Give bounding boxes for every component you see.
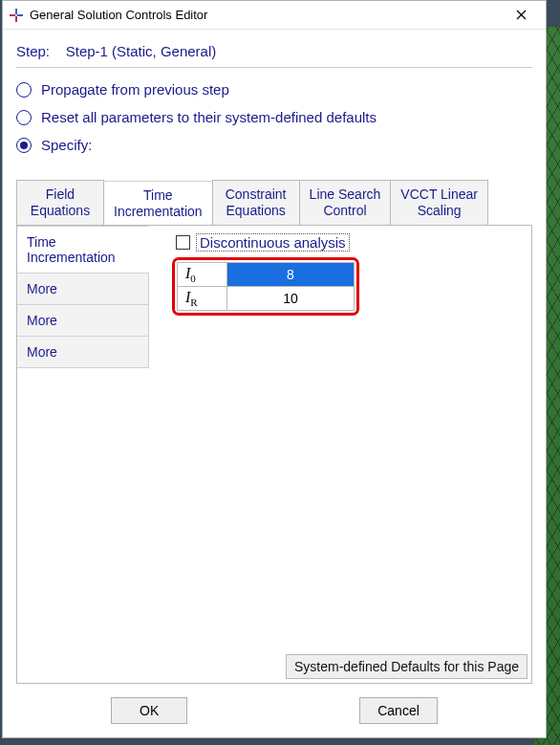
option-propagate[interactable]: Propagate from previous step — [16, 76, 532, 103]
app-icon — [9, 8, 24, 23]
tab-time-incrementation[interactable]: Time Incrementation — [103, 181, 213, 226]
system-defaults-button[interactable]: System-defined Defaults for this Page — [286, 654, 528, 679]
highlight-box: I0 8 IR 10 — [172, 257, 359, 316]
ok-button[interactable]: OK — [111, 697, 187, 724]
param-I0-label: I0 — [178, 262, 227, 286]
option-specify-label: Specify: — [41, 137, 92, 153]
step-label: Step: — [16, 43, 50, 59]
dialog-footer: OK Cancel — [3, 684, 546, 737]
param-IR-value[interactable]: 10 — [227, 286, 355, 310]
titlebar: General Solution Controls Editor — [3, 1, 546, 30]
param-row-I0[interactable]: I0 8 — [178, 262, 355, 286]
discontinuous-row: Discontinuous analysis — [151, 231, 524, 257]
param-IR-label: IR — [178, 286, 227, 310]
close-icon — [516, 10, 527, 20]
discontinuous-label: Discontinuous analysis — [196, 233, 350, 252]
window-title: General Solution Controls Editor — [30, 8, 502, 22]
close-button[interactable] — [502, 2, 540, 29]
tab-row: Field Equations Time Incrementation Cons… — [16, 180, 532, 225]
side-nav-more-1[interactable]: More — [17, 273, 149, 305]
tab-panel: Time Incrementation More More More Disco… — [16, 225, 532, 684]
radio-icon — [16, 138, 32, 153]
option-reset-label: Reset all parameters to their system-def… — [41, 109, 377, 125]
option-specify[interactable]: Specify: — [16, 131, 532, 159]
solution-controls-dialog: General Solution Controls Editor Step: S… — [2, 0, 547, 738]
radio-icon — [16, 82, 32, 98]
tab-vcct-linear-scaling[interactable]: VCCT Linear Scaling — [390, 180, 488, 225]
discontinuous-checkbox[interactable] — [176, 235, 190, 250]
side-nav-more-2[interactable]: More — [17, 304, 149, 337]
option-propagate-label: Propagate from previous step — [41, 81, 229, 98]
side-nav: Time Incrementation More More More — [17, 226, 149, 683]
svg-rect-2 — [17, 14, 23, 16]
tab-constraint-equations[interactable]: Constraint Equations — [212, 180, 300, 225]
tab-field-equations[interactable]: Field Equations — [16, 180, 104, 225]
param-table: I0 8 IR 10 — [177, 262, 355, 311]
step-row: Step: Step-1 (Static, General) — [16, 39, 532, 67]
param-row-IR[interactable]: IR 10 — [178, 286, 355, 310]
dialog-content: Step: Step-1 (Static, General) Propagate… — [3, 30, 546, 684]
tab-line-search-control[interactable]: Line Search Control — [299, 180, 392, 225]
svg-rect-0 — [15, 9, 17, 14]
step-value: Step-1 (Static, General) — [66, 43, 217, 59]
panel-main: Discontinuous analysis I0 8 — [149, 226, 531, 683]
divider — [16, 67, 532, 68]
side-nav-time-incrementation[interactable]: Time Incrementation — [17, 226, 149, 274]
param-I0-value[interactable]: 8 — [227, 262, 355, 286]
svg-rect-3 — [15, 16, 17, 22]
svg-rect-1 — [10, 14, 15, 16]
radio-icon — [16, 110, 32, 125]
tabs-area: Field Equations Time Incrementation Cons… — [16, 180, 532, 684]
side-nav-more-3[interactable]: More — [17, 336, 149, 368]
cancel-button[interactable]: Cancel — [359, 697, 438, 724]
option-reset[interactable]: Reset all parameters to their system-def… — [16, 103, 532, 131]
